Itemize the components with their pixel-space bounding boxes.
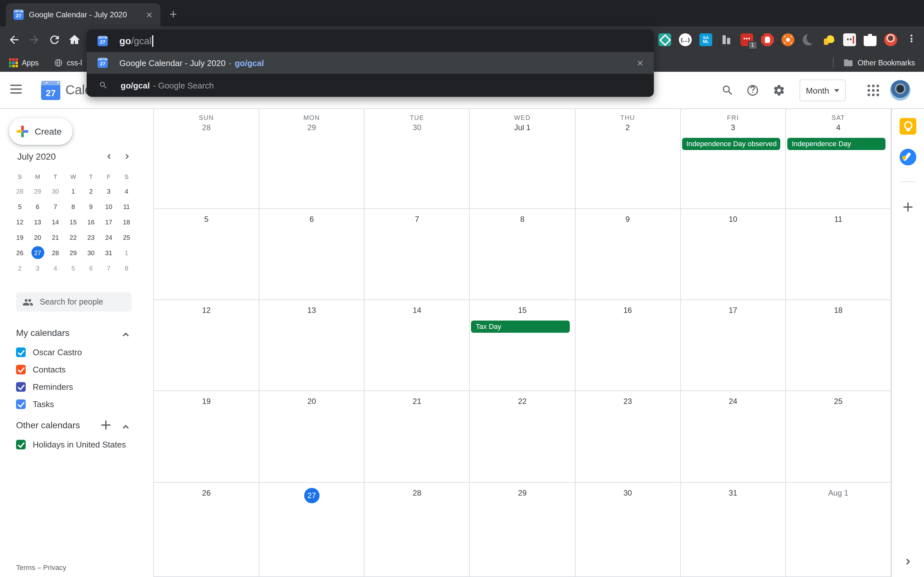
search-people-input[interactable]: Search for people: [16, 292, 132, 311]
day-cell-9[interactable]: 9: [575, 209, 680, 300]
calendar-item-reminders[interactable]: Reminders: [16, 378, 73, 396]
get-addons-icon[interactable]: [903, 203, 913, 211]
checkbox-checked[interactable]: [16, 348, 26, 357]
teal-diamond-icon[interactable]: [658, 33, 671, 46]
day-cell-aug-1[interactable]: Aug 1: [786, 483, 891, 577]
day-cell-21[interactable]: 21: [365, 391, 470, 483]
checkbox-checked[interactable]: [16, 365, 26, 374]
calendar-item-tasks[interactable]: Tasks: [16, 396, 54, 413]
back-icon[interactable]: [8, 33, 21, 46]
mini-day[interactable]: 11: [118, 199, 136, 214]
terms-privacy-links[interactable]: Terms – Privacy: [16, 564, 66, 571]
kebab-menu-icon[interactable]: [905, 33, 918, 46]
day-cell-23[interactable]: 23: [575, 391, 680, 483]
tab-close-icon[interactable]: ✕: [144, 9, 154, 20]
search-icon[interactable]: [715, 72, 740, 109]
day-cell-13[interactable]: 13: [259, 300, 365, 391]
day-cell-jul-1[interactable]: WEDJul 1: [470, 109, 575, 209]
chevron-up-icon[interactable]: [122, 422, 129, 430]
mini-day[interactable]: 20: [29, 229, 46, 245]
mini-day[interactable]: 4: [118, 183, 136, 199]
day-cell-29[interactable]: 29: [470, 483, 575, 577]
mini-day[interactable]: 29: [64, 245, 82, 260]
day-cell-12[interactable]: 12: [154, 300, 259, 391]
google-keep-icon[interactable]: [900, 118, 916, 135]
other-bookmarks[interactable]: Other Bookmarks: [833, 57, 915, 68]
mini-day[interactable]: 21: [47, 229, 64, 245]
day-cell-11[interactable]: 11: [786, 209, 891, 300]
day-cell-14[interactable]: 14: [365, 300, 470, 391]
calendar-item-oscar-castro[interactable]: Oscar Castro: [16, 343, 82, 361]
day-cell-6[interactable]: 6: [259, 209, 365, 300]
mini-day[interactable]: 2: [82, 183, 100, 199]
mini-day[interactable]: 29: [29, 183, 46, 199]
omnibox-input[interactable]: 27 go/gcal: [87, 29, 654, 52]
mini-day[interactable]: 6: [29, 199, 46, 214]
day-cell-17[interactable]: 17: [680, 300, 786, 391]
saml-icon[interactable]: SAML: [699, 33, 712, 46]
mini-prev-icon[interactable]: [104, 151, 114, 161]
day-cell-29[interactable]: MON29: [259, 109, 365, 209]
mini-day[interactable]: 8: [118, 260, 136, 276]
mini-day[interactable]: 30: [82, 245, 100, 260]
settings-gear-icon[interactable]: [766, 72, 792, 109]
day-cell-25[interactable]: 25: [786, 391, 891, 483]
thumbs-up-icon[interactable]: [822, 33, 835, 46]
pause-bars-icon[interactable]: [720, 33, 733, 46]
chevron-right-icon[interactable]: [904, 556, 912, 564]
bookmark-site-label[interactable]: css-l: [67, 59, 82, 66]
mini-day[interactable]: 24: [100, 229, 118, 245]
day-cell-19[interactable]: 19: [154, 391, 259, 483]
day-cell-28[interactable]: SUN28: [154, 109, 259, 209]
mini-day[interactable]: 9: [82, 199, 100, 214]
orange-burst-icon[interactable]: [782, 33, 795, 46]
calendar-item-contacts[interactable]: Contacts: [16, 361, 66, 378]
day-cell-18[interactable]: 18: [786, 300, 891, 391]
suggestion-row-selected[interactable]: 27 Google Calendar - July 2020-go/gcal ✕: [87, 52, 654, 74]
mini-day[interactable]: 1: [118, 245, 136, 260]
day-cell-22[interactable]: 22: [470, 391, 575, 483]
calendar-item-holidays[interactable]: Holidays in United States: [16, 436, 126, 453]
day-cell-15[interactable]: 15Tax Day: [470, 300, 575, 391]
chevron-up-icon[interactable]: [122, 330, 129, 337]
mini-day[interactable]: 2: [11, 260, 29, 276]
new-tab-button[interactable]: +: [167, 8, 180, 21]
mini-day[interactable]: 23: [82, 229, 100, 245]
stop-hand-icon[interactable]: [761, 33, 774, 46]
mini-day[interactable]: 8: [64, 199, 82, 214]
day-cell-16[interactable]: 16: [575, 300, 680, 391]
day-cell-4[interactable]: SAT4Independence Day: [786, 109, 891, 209]
bookmark-apps[interactable]: Apps css-l: [9, 58, 82, 67]
checkbox-checked[interactable]: [16, 382, 26, 392]
day-cell-5[interactable]: 5: [154, 209, 259, 300]
mini-day[interactable]: 5: [64, 260, 82, 276]
reload-icon[interactable]: [48, 33, 61, 46]
day-cell-8[interactable]: 8: [470, 209, 575, 300]
mini-day[interactable]: 1: [64, 183, 82, 199]
main-menu-icon[interactable]: [10, 85, 22, 93]
mini-day[interactable]: 14: [47, 214, 64, 229]
avatar[interactable]: [890, 80, 911, 101]
browser-tab[interactable]: 27 Google Calendar - July 2020 ✕: [6, 3, 160, 26]
day-cell-3[interactable]: FRI3Independence Day observed: [680, 109, 786, 209]
lastpass-icon[interactable]: •••1: [740, 33, 753, 46]
mini-day[interactable]: 22: [64, 229, 82, 245]
day-cell-28[interactable]: 28: [365, 483, 470, 577]
mini-day[interactable]: 19: [11, 229, 29, 245]
mini-day[interactable]: 15: [64, 214, 82, 229]
home-icon[interactable]: [68, 33, 81, 46]
day-cell-10[interactable]: 10: [680, 209, 786, 300]
day-cell-26[interactable]: 26: [154, 483, 259, 577]
mini-day[interactable]: 6: [82, 260, 100, 276]
event-chip[interactable]: Independence Day observed: [682, 138, 780, 150]
suggestion-row-search[interactable]: go/gcal- Google Search: [87, 74, 654, 97]
mini-day[interactable]: 10: [100, 199, 118, 214]
mini-day[interactable]: 31: [100, 245, 118, 260]
day-cell-30[interactable]: 30: [575, 483, 680, 577]
moon-icon[interactable]: [802, 33, 815, 46]
mini-day[interactable]: 18: [118, 214, 136, 229]
mini-day[interactable]: 30: [47, 183, 64, 199]
password-card-icon[interactable]: **: [843, 33, 856, 46]
mini-day[interactable]: 12: [11, 214, 29, 229]
google-tasks-icon[interactable]: [900, 149, 916, 165]
